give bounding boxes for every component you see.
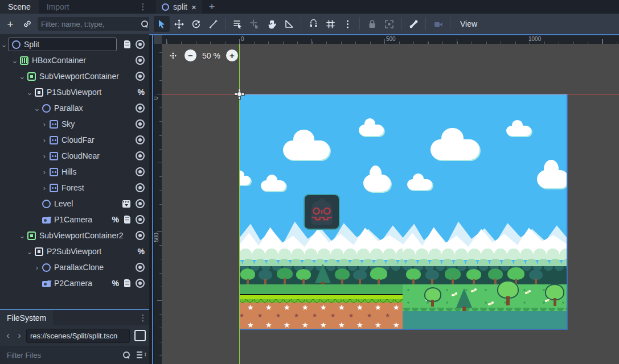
script-icon[interactable] bbox=[124, 279, 130, 287]
visibility-toggle-icon[interactable] bbox=[136, 135, 145, 144]
move-mode-button[interactable] bbox=[171, 16, 187, 32]
scale-mode-button[interactable] bbox=[205, 16, 221, 32]
dirt-star: ★ bbox=[320, 321, 327, 329]
visibility-toggle-icon[interactable] bbox=[136, 215, 145, 224]
visibility-toggle-icon[interactable] bbox=[136, 119, 145, 129]
node2d-icon bbox=[12, 40, 21, 49]
tab-filesystem[interactable]: FileSystem bbox=[0, 310, 53, 325]
visibility-toggle-icon[interactable] bbox=[136, 104, 145, 113]
subviewport-icon bbox=[35, 88, 43, 97]
tree-node-cloudfar[interactable]: › CloudFar bbox=[0, 132, 149, 148]
close-tab-icon[interactable]: × bbox=[191, 2, 196, 12]
tree-node-level[interactable]: Level bbox=[0, 196, 149, 212]
filesystem-menu-icon[interactable]: ⋮ bbox=[138, 311, 148, 325]
zoom-in-button[interactable]: + bbox=[226, 49, 238, 61]
expander-icon[interactable]: ⌄ bbox=[11, 56, 19, 65]
center-view-icon[interactable] bbox=[167, 50, 179, 61]
visibility-toggle-icon[interactable] bbox=[136, 199, 145, 208]
dock-menu-icon[interactable]: ⋮ bbox=[138, 0, 148, 14]
tree-node-parallaxclone[interactable]: › ParallaxClone bbox=[0, 259, 149, 275]
expander-icon[interactable]: ⌄ bbox=[26, 88, 34, 97]
group-selected-button[interactable] bbox=[381, 16, 397, 32]
visibility-toggle-icon[interactable] bbox=[136, 72, 145, 81]
scene-filter-field[interactable] bbox=[38, 17, 151, 31]
unique-name-icon[interactable]: % bbox=[112, 279, 119, 288]
tree-node-p1subviewport[interactable]: ⌄ P1SubViewport % bbox=[0, 84, 149, 100]
unique-name-icon[interactable]: % bbox=[112, 215, 119, 224]
expander-icon[interactable]: › bbox=[40, 152, 48, 160]
visibility-toggle-icon[interactable] bbox=[136, 183, 145, 192]
rename-node-field[interactable]: Split bbox=[8, 38, 117, 51]
skeleton-options-button[interactable] bbox=[405, 16, 421, 32]
ruler-mode-button[interactable] bbox=[281, 16, 297, 32]
expander-icon[interactable]: ⌄ bbox=[18, 231, 26, 240]
tree-node-forest[interactable]: › Forest bbox=[0, 180, 149, 196]
tree-node-subviewportcontainer[interactable]: ⌄ SubViewportContainer bbox=[0, 68, 149, 84]
expander-icon[interactable]: ⌄ bbox=[33, 104, 41, 113]
smart-snap-button[interactable] bbox=[305, 16, 321, 32]
tree-node-sky[interactable]: › Sky bbox=[0, 116, 149, 132]
tree-node-p2subviewport[interactable]: ⌄ P2SubViewport % bbox=[0, 243, 149, 259]
expander-icon[interactable]: › bbox=[40, 136, 48, 144]
file-filter-input[interactable] bbox=[7, 351, 123, 359]
instantiate-scene-button[interactable] bbox=[21, 17, 34, 31]
grid-snap-button[interactable] bbox=[322, 16, 338, 32]
tree-node-cloudnear[interactable]: › CloudNear bbox=[0, 148, 149, 164]
scene-dock-toolbar: + ⋮ bbox=[0, 14, 149, 34]
add-node-button[interactable]: + bbox=[3, 17, 17, 31]
tree-node-hboxcontainer[interactable]: ⌄ HBoxContainer bbox=[0, 52, 149, 68]
tree-node-split-root[interactable]: ⌄ Split bbox=[0, 36, 149, 52]
visibility-toggle-icon[interactable] bbox=[136, 263, 145, 272]
origin-gizmo[interactable] bbox=[235, 89, 244, 99]
visibility-toggle-icon[interactable] bbox=[136, 40, 145, 49]
script-icon[interactable] bbox=[124, 216, 130, 224]
ruler-icon bbox=[284, 19, 294, 29]
expander-icon[interactable]: › bbox=[40, 168, 48, 176]
expander-icon[interactable]: › bbox=[33, 263, 41, 272]
expander-icon[interactable]: ⌄ bbox=[0, 40, 8, 49]
expander-icon[interactable]: ⌄ bbox=[18, 72, 26, 81]
expander-icon[interactable]: › bbox=[40, 184, 48, 192]
pivot-mode-button[interactable] bbox=[247, 16, 263, 32]
zoom-out-button[interactable]: − bbox=[185, 49, 196, 61]
view-menu-button[interactable]: View bbox=[454, 16, 483, 32]
tree-node-subviewportcontainer2[interactable]: ⌄ SubViewportContainer2 bbox=[0, 228, 149, 243]
expander-icon[interactable]: › bbox=[40, 120, 48, 129]
tab-split-scene[interactable]: split × bbox=[156, 0, 202, 14]
history-forward-icon[interactable]: › bbox=[15, 330, 24, 341]
2d-canvas[interactable]: ★★★★★★★★★★★★★★★★★★★★★★★★★★★ bbox=[162, 44, 619, 364]
new-scene-tab-button[interactable]: + bbox=[202, 0, 222, 14]
visibility-toggle-icon[interactable] bbox=[136, 167, 145, 176]
open-instanced-scene-icon[interactable] bbox=[122, 200, 130, 208]
tree-node-p1camera[interactable]: P1Camera % bbox=[0, 212, 149, 228]
tree-node-hills[interactable]: › Hills bbox=[0, 164, 149, 180]
unique-name-icon[interactable]: % bbox=[138, 88, 145, 97]
override-camera-button[interactable] bbox=[430, 16, 446, 32]
visibility-toggle-icon[interactable] bbox=[136, 231, 145, 240]
scene-filter-input[interactable] bbox=[41, 20, 141, 28]
lock-selected-button[interactable] bbox=[364, 16, 380, 32]
visibility-toggle-icon[interactable] bbox=[136, 279, 145, 288]
current-path-field[interactable] bbox=[26, 329, 130, 343]
visibility-toggle-icon[interactable] bbox=[136, 56, 145, 65]
tree-node-p2camera[interactable]: P2Camera % bbox=[0, 275, 149, 291]
script-icon[interactable] bbox=[124, 40, 130, 48]
tree-node-parallax[interactable]: ⌄ Parallax bbox=[0, 100, 149, 116]
tab-import[interactable]: Import bbox=[39, 0, 77, 14]
file-filter-field[interactable] bbox=[3, 348, 133, 362]
history-back-icon[interactable]: ‹ bbox=[3, 330, 13, 341]
unique-name-icon[interactable]: % bbox=[138, 247, 145, 256]
tab-scene[interactable]: Scene bbox=[0, 0, 39, 14]
visibility-toggle-icon[interactable] bbox=[136, 151, 145, 160]
snap-options-button[interactable] bbox=[339, 16, 355, 32]
select-mode-button[interactable] bbox=[154, 16, 170, 32]
list-select-button[interactable] bbox=[229, 16, 245, 32]
current-path-input[interactable] bbox=[30, 332, 126, 340]
zoom-level-label[interactable]: 50 % bbox=[202, 51, 220, 60]
pan-mode-button[interactable] bbox=[264, 16, 280, 32]
expander-icon[interactable]: ⌄ bbox=[26, 247, 34, 256]
rotate-mode-button[interactable] bbox=[188, 16, 204, 32]
p2-subviewport-view bbox=[403, 94, 567, 329]
toggle-split-mode-icon[interactable] bbox=[134, 330, 146, 341]
file-sort-icon[interactable] bbox=[137, 351, 146, 359]
